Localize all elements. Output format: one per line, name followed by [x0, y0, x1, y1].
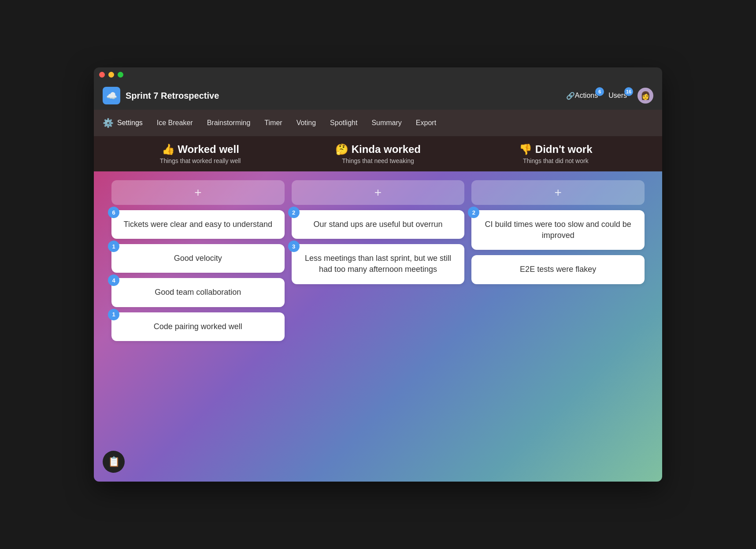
minimize-button[interactable] — [108, 72, 114, 78]
close-button[interactable] — [99, 72, 105, 78]
nav-item-spotlight[interactable]: Spotlight — [330, 119, 357, 127]
settings-nav-item[interactable]: ⚙️ Settings — [103, 118, 143, 128]
card-text-collaboration: Good team collaboration — [120, 287, 276, 298]
column-kinda-worked: + 2 Our stand ups are useful but overrun… — [292, 180, 465, 473]
col-title-worked-well: 👍 Worked well — [120, 143, 280, 156]
col-title-didnt-work: 👎 Didn't work — [476, 143, 636, 156]
settings-label: Settings — [117, 119, 143, 127]
card-text-velocity: Good velocity — [120, 253, 276, 264]
card-text-pairing: Code pairing worked well — [120, 321, 276, 332]
column-didnt-work: + 2 CI build times were too slow and cou… — [471, 180, 645, 473]
card-collaboration[interactable]: 4 Good team collaboration — [111, 278, 285, 307]
nav-item-timer[interactable]: Timer — [264, 119, 282, 127]
vote-badge-standups: 2 — [288, 207, 300, 218]
card-tickets[interactable]: 6 Tickets were clear and easy to underst… — [111, 210, 285, 239]
column-worked-well: + 6 Tickets were clear and easy to under… — [111, 180, 285, 473]
card-velocity[interactable]: 1 Good velocity — [111, 244, 285, 273]
col-header-didnt-work: 👎 Didn't work Things that did not work — [467, 136, 645, 171]
card-text-tickets: Tickets were clear and easy to understan… — [120, 219, 276, 230]
actions-badge: 6 — [595, 87, 604, 96]
col-header-worked-well: 👍 Worked well Things that worked really … — [111, 136, 289, 171]
users-button[interactable]: Users 16 — [608, 92, 627, 100]
card-text-ci-build: CI build times were too slow and could b… — [480, 219, 636, 241]
nav-item-brainstorming[interactable]: Brainstorming — [207, 119, 251, 127]
col-subtitle-worked-well: Things that worked really well — [120, 157, 280, 164]
card-text-meetings: Less meetings than last sprint, but we s… — [300, 253, 456, 275]
nav-item-ice-breaker[interactable]: Ice Breaker — [157, 119, 193, 127]
vote-badge-tickets: 6 — [108, 207, 119, 218]
header-actions: Actions 6 Users 16 👩 — [575, 88, 653, 104]
maximize-button[interactable] — [118, 72, 123, 78]
app-title: Sprint 7 Retrospective — [126, 91, 563, 101]
add-card-didnt-work[interactable]: + — [471, 180, 645, 205]
nav-item-summary[interactable]: Summary — [371, 119, 401, 127]
card-text-e2e: E2E tests were flakey — [480, 264, 636, 275]
col-header-kinda-worked: 🤔 Kinda worked Things that need tweaking — [289, 136, 467, 171]
link-icon[interactable]: 🔗 — [566, 92, 575, 100]
card-standups[interactable]: 2 Our stand ups are useful but overrun — [292, 210, 465, 239]
card-text-standups: Our stand ups are useful but overrun — [300, 219, 456, 230]
vote-badge-collaboration: 4 — [108, 274, 119, 286]
card-ci-build[interactable]: 2 CI build times were too slow and could… — [471, 210, 645, 250]
board: + 6 Tickets were clear and easy to under… — [94, 171, 662, 482]
vote-badge-pairing: 1 — [108, 309, 119, 320]
vote-badge-ci-build: 2 — [468, 207, 479, 218]
nav-item-export[interactable]: Export — [416, 119, 436, 127]
vote-badge-velocity: 1 — [108, 241, 119, 252]
col-title-kinda-worked: 🤔 Kinda worked — [298, 143, 458, 156]
card-meetings[interactable]: 3 Less meetings than last sprint, but we… — [292, 244, 465, 284]
gear-icon: ⚙️ — [103, 118, 114, 128]
column-headers: 👍 Worked well Things that worked really … — [94, 136, 662, 171]
nav-item-voting[interactable]: Voting — [296, 119, 316, 127]
app-window: ☁️ Sprint 7 Retrospective 🔗 Actions 6 Us… — [94, 67, 662, 482]
app-logo: ☁️ — [103, 87, 120, 104]
users-badge: 16 — [624, 87, 633, 96]
add-card-worked-well[interactable]: + — [111, 180, 285, 205]
card-e2e[interactable]: E2E tests were flakey — [471, 255, 645, 284]
add-card-kinda-worked[interactable]: + — [292, 180, 465, 205]
clipboard-icon: 📋 — [108, 456, 120, 467]
vote-badge-meetings: 3 — [288, 241, 300, 252]
titlebar — [94, 67, 662, 82]
col-subtitle-didnt-work: Things that did not work — [476, 157, 636, 164]
card-pairing[interactable]: 1 Code pairing worked well — [111, 312, 285, 341]
navbar: ⚙️ Settings Ice Breaker Brainstorming Ti… — [94, 110, 662, 136]
col-subtitle-kinda-worked: Things that need tweaking — [298, 157, 458, 164]
avatar[interactable]: 👩 — [637, 88, 653, 104]
actions-button[interactable]: Actions 6 — [575, 92, 598, 100]
app-header: ☁️ Sprint 7 Retrospective 🔗 Actions 6 Us… — [94, 82, 662, 110]
bottom-action-button[interactable]: 📋 — [103, 451, 125, 473]
